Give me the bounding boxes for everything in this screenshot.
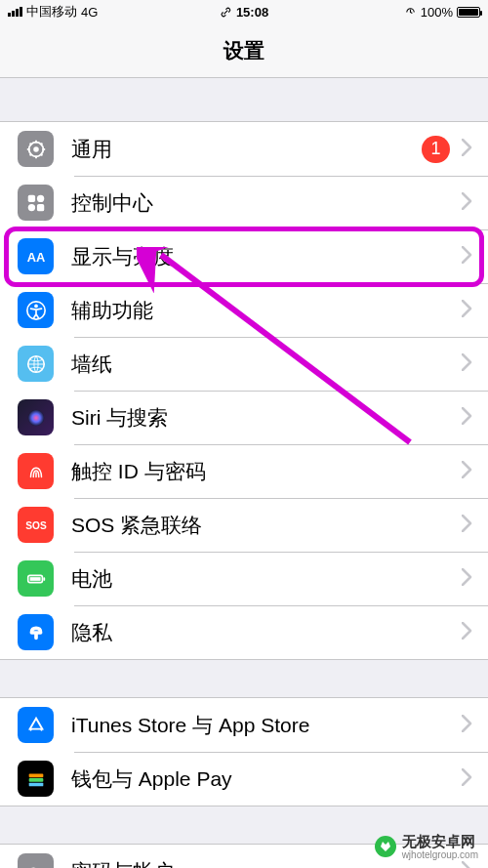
row-label: SOS 紧急联络 [71,512,462,539]
general-icon [18,131,54,167]
privacy-icon [18,614,54,650]
status-bar: 中国移动 4G 15:08 100% [0,0,488,23]
chevron-right-icon [462,861,472,869]
row-label: iTunes Store 与 App Store [71,712,462,739]
hotspot-icon [220,6,232,19]
chevron-right-icon [462,246,472,268]
control-center-icon [18,185,54,221]
battery-icon [457,7,480,18]
settings-row-display[interactable]: 显示与亮度 [0,229,488,283]
settings-row-general[interactable]: 通用1 [0,122,488,176]
settings-row-wallpaper[interactable]: 墙纸 [0,337,488,391]
page-title: 设置 [224,37,264,64]
watermark-logo-icon [375,836,396,857]
row-label: 控制中心 [71,189,462,217]
settings-row-battery[interactable]: 电池 [0,552,488,605]
row-label: Siri 与搜索 [71,404,462,432]
row-label: 触控 ID 与密码 [71,458,462,485]
chevron-right-icon [462,461,472,482]
accessibility-icon [18,292,54,328]
row-label: 辅助功能 [71,297,462,324]
nav-bar: 设置 [0,23,488,78]
settings-row-touchid[interactable]: 触控 ID 与密码 [0,444,488,498]
settings-row-control-center[interactable]: 控制中心 [0,176,488,229]
display-icon [18,238,54,274]
settings-row-wallet[interactable]: 钱包与 Apple Pay [0,752,488,806]
siri-icon [18,399,54,435]
settings-row-appstore[interactable]: iTunes Store 与 App Store [0,698,488,752]
passwords-icon [18,853,54,868]
settings-row-siri[interactable]: Siri 与搜索 [0,391,488,444]
notification-badge: 1 [422,136,450,163]
chevron-right-icon [462,622,472,643]
row-label: 隐私 [71,619,462,646]
row-label: 显示与亮度 [71,243,462,270]
wallet-icon [18,761,54,797]
chevron-right-icon [462,515,472,536]
wallpaper-icon [18,346,54,382]
settings-row-privacy[interactable]: 隐私 [0,605,488,659]
rotation-lock-icon [404,6,417,19]
battery-pct: 100% [421,5,453,20]
row-label: 钱包与 Apple Pay [71,765,462,793]
status-time: 15:08 [236,5,268,20]
touchid-icon [18,453,54,489]
row-label: 电池 [71,565,462,593]
appstore-icon [18,707,54,743]
watermark-name: 无极安卓网 [402,834,478,850]
chevron-right-icon [462,353,472,375]
row-label: 通用 [71,136,422,163]
watermark: 无极安卓网 wjhotelgroup.com [375,834,478,861]
chevron-right-icon [462,139,472,160]
chevron-right-icon [462,300,472,321]
sos-icon [18,507,54,543]
carrier-label: 中国移动 [26,3,77,21]
chevron-right-icon [462,715,472,736]
content[interactable]: 通用1控制中心显示与亮度辅助功能墙纸Siri 与搜索触控 ID 与密码SOS 紧… [0,78,488,868]
settings-row-accessibility[interactable]: 辅助功能 [0,283,488,337]
battery-icon [18,560,54,597]
chevron-right-icon [462,768,472,790]
chevron-right-icon [462,568,472,590]
network-label: 4G [81,5,98,20]
chevron-right-icon [462,192,472,214]
row-label: 墙纸 [71,351,462,378]
settings-row-sos[interactable]: SOS 紧急联络 [0,498,488,552]
signal-icon [8,7,22,17]
watermark-host: wjhotelgroup.com [402,849,478,860]
chevron-right-icon [462,407,472,429]
